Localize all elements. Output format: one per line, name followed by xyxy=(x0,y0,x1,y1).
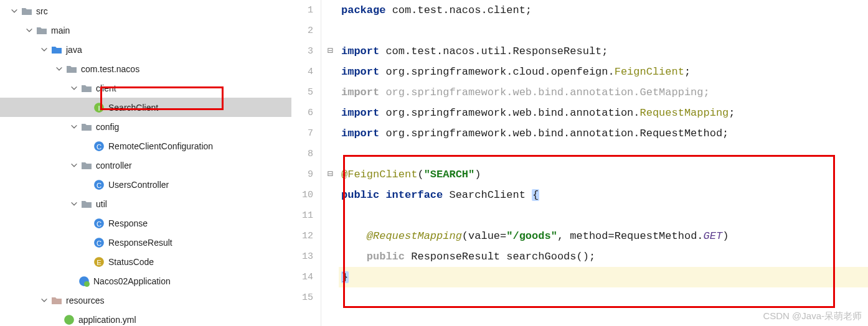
chevron-down-icon xyxy=(70,200,78,208)
chevron-down-icon xyxy=(70,161,78,170)
tree-label: config xyxy=(96,122,119,132)
code-line-current[interactable]: } xyxy=(339,267,868,287)
tree-label: client xyxy=(96,83,116,93)
spring-app-icon xyxy=(78,276,90,286)
code-line[interactable]: import org.springframework.web.bind.anno… xyxy=(339,82,868,103)
fold-marker-icon[interactable]: ⊟ xyxy=(321,164,339,185)
code-area[interactable]: package com.test.nacos.client; import co… xyxy=(339,0,868,326)
watermark-text: CSDN @Java-呆萌老师 xyxy=(763,310,862,322)
tree-row-searchclient[interactable]: I SearchClient xyxy=(0,98,291,117)
class-icon: C xyxy=(93,180,105,190)
chevron-down-icon xyxy=(55,65,64,73)
project-tree[interactable]: src main java com.test.nacos client I Se… xyxy=(0,0,291,326)
code-line[interactable]: import org.springframework.web.bind.anno… xyxy=(339,103,868,123)
line-number: 8 xyxy=(291,144,313,164)
line-number: 9 xyxy=(291,164,313,185)
chevron-down-icon xyxy=(25,26,34,35)
code-line[interactable]: import org.springframework.web.bind.anno… xyxy=(339,123,868,144)
folder-icon xyxy=(81,122,92,132)
svg-text:C: C xyxy=(97,239,101,246)
line-number: 10 xyxy=(291,185,313,205)
tree-row-controller[interactable]: controller xyxy=(0,156,291,175)
line-number: 6 xyxy=(291,103,313,123)
code-line[interactable]: @FeignClient("SEARCH") xyxy=(339,164,868,185)
line-number: 14 xyxy=(291,267,313,287)
tree-row-responseresult[interactable]: C ResponseResult xyxy=(0,233,291,252)
tree-label: util xyxy=(96,199,107,209)
folder-icon xyxy=(81,161,92,170)
tree-label: Response xyxy=(108,218,148,228)
tree-row-resources[interactable]: resources xyxy=(0,291,291,310)
chevron-down-icon xyxy=(70,84,78,93)
tree-label: java xyxy=(66,45,82,55)
tree-row-statuscode[interactable]: E StatusCode xyxy=(0,252,291,271)
code-line[interactable] xyxy=(339,21,868,41)
tree-row-src[interactable]: src xyxy=(0,1,291,21)
line-number: 1 xyxy=(291,0,313,21)
tree-row-appyml[interactable]: application.yml xyxy=(0,310,291,326)
line-number: 12 xyxy=(291,226,313,246)
tree-row-java[interactable]: java xyxy=(0,40,291,59)
svg-text:C: C xyxy=(97,220,101,227)
folder-icon xyxy=(36,26,47,35)
code-line[interactable]: public ResponseResult searchGoods(); xyxy=(339,246,868,267)
class-icon: C xyxy=(93,238,105,248)
tree-label: resources xyxy=(66,296,104,305)
line-number: 13 xyxy=(291,246,313,267)
svg-point-14 xyxy=(64,315,74,325)
tree-row-config[interactable]: config xyxy=(0,117,291,136)
tree-row-package[interactable]: com.test.nacos xyxy=(0,59,291,78)
line-number-gutter: 1 2 3 4 5 6 7 8 9 10 11 12 13 14 15 xyxy=(291,0,321,326)
line-number: 7 xyxy=(291,123,313,144)
tree-label: Nacos02Application xyxy=(93,276,171,286)
tree-label: com.test.nacos xyxy=(81,64,139,74)
chevron-down-icon xyxy=(40,296,49,305)
code-line[interactable]: @RequestMapping(value="/goods", method=R… xyxy=(339,226,868,246)
line-number: 3 xyxy=(291,41,313,62)
code-line[interactable]: import org.springframework.cloud.openfei… xyxy=(339,62,868,82)
folder-icon xyxy=(81,199,92,209)
tree-label: UsersController xyxy=(108,180,169,190)
tree-label: controller xyxy=(96,161,132,170)
tree-row-client[interactable]: client xyxy=(0,78,291,98)
tree-label: src xyxy=(36,6,48,16)
folder-source-icon xyxy=(51,45,62,55)
class-icon: C xyxy=(93,141,105,151)
code-line[interactable] xyxy=(339,144,868,164)
yml-icon xyxy=(64,315,75,325)
line-number: 2 xyxy=(291,21,313,41)
resources-folder-icon xyxy=(51,296,62,305)
class-icon: C xyxy=(93,218,105,228)
tree-row-main[interactable]: main xyxy=(0,21,291,40)
line-number: 4 xyxy=(291,62,313,82)
tree-label: main xyxy=(51,26,70,35)
tree-row-userscontroller[interactable]: C UsersController xyxy=(0,175,291,194)
package-icon xyxy=(66,64,77,74)
fold-marker-icon[interactable]: ⊟ xyxy=(321,41,339,62)
svg-point-13 xyxy=(84,281,90,287)
svg-text:E: E xyxy=(97,258,101,266)
tree-label: RemoteClientConfiguration xyxy=(108,141,213,151)
code-line[interactable]: import com.test.nacos.util.ResponseResul… xyxy=(339,41,868,62)
tree-label: ResponseResult xyxy=(108,238,172,248)
tree-row-response[interactable]: C Response xyxy=(0,213,291,233)
interface-icon: I xyxy=(93,103,105,113)
line-number: 5 xyxy=(291,82,313,103)
tree-row-util[interactable]: util xyxy=(0,194,291,213)
chevron-down-icon xyxy=(40,45,49,54)
tree-row-app[interactable]: Nacos02Application xyxy=(0,271,291,291)
code-line[interactable] xyxy=(339,205,868,226)
enum-icon: E xyxy=(93,257,105,267)
code-editor[interactable]: 1 2 3 4 5 6 7 8 9 10 11 12 13 14 15 ⊟ ⊟ … xyxy=(291,0,868,326)
svg-text:C: C xyxy=(97,181,101,189)
line-number: 11 xyxy=(291,205,313,226)
fold-gutter[interactable]: ⊟ ⊟ xyxy=(321,0,339,326)
folder-icon xyxy=(21,6,32,16)
tree-row-remoteconfig[interactable]: C RemoteClientConfiguration xyxy=(0,136,291,156)
tree-label: StatusCode xyxy=(108,257,154,267)
code-line[interactable]: public interface SearchClient { xyxy=(339,185,868,205)
tree-label: application.yml xyxy=(78,315,136,325)
code-line[interactable] xyxy=(339,287,868,308)
code-line[interactable]: package com.test.nacos.client; xyxy=(339,0,868,21)
chevron-down-icon xyxy=(10,7,19,16)
